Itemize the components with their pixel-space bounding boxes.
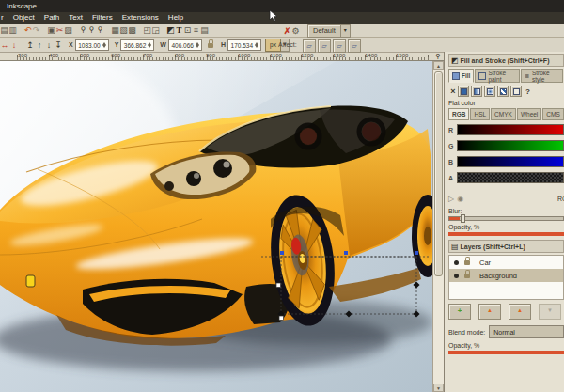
menu-item-object[interactable]: Object xyxy=(8,12,39,24)
selection-handle-white[interactable] xyxy=(279,316,284,321)
w-field[interactable]: 406.066 xyxy=(168,39,202,51)
undo-icon[interactable]: ↶ xyxy=(24,24,32,37)
drawing-canvas[interactable] xyxy=(0,61,432,392)
preferences-gear-icon[interactable]: ⚙ xyxy=(291,24,300,38)
cut-icon[interactable]: ✂ xyxy=(55,24,64,37)
fill-rule-evenodd-icon[interactable]: ▷ xyxy=(448,195,454,203)
paint-swatch-button[interactable] xyxy=(510,86,522,97)
lock-ratio-icon[interactable] xyxy=(208,43,213,48)
layer-name[interactable]: Background xyxy=(479,272,517,280)
delete-icon[interactable]: ✗ xyxy=(283,24,291,38)
paint-flat-button[interactable] xyxy=(458,86,469,97)
x-field[interactable]: 1083.00 xyxy=(75,39,109,51)
raise-to-top-icon[interactable]: ↥ xyxy=(25,39,35,52)
tab-cms[interactable]: CMS xyxy=(542,108,563,120)
scroll-up-icon[interactable]: ▲ xyxy=(433,61,444,70)
paint-unknown-button[interactable]: ? xyxy=(525,87,530,96)
fill-stroke-dialog-icon[interactable]: ◩ xyxy=(166,24,175,37)
tab-cmyk[interactable]: CMYK xyxy=(491,108,516,120)
blend-mode-row: Blend mode: Normal xyxy=(448,325,564,338)
menu-item-filters[interactable]: Filters xyxy=(87,12,118,24)
template-default-button[interactable]: Default xyxy=(307,24,341,38)
template-dropdown-arrow-icon[interactable]: ▾ xyxy=(341,24,351,38)
layer-visibility-eye-icon[interactable] xyxy=(454,274,459,278)
redo-icon[interactable]: ↷ xyxy=(32,24,40,37)
layer-lock-icon[interactable] xyxy=(464,260,470,265)
lower-to-bottom-icon[interactable]: ↧ xyxy=(54,39,63,52)
fill-stroke-dialog-titlebar[interactable]: ◩ Fill and Stroke (Shift+Ctrl+F) xyxy=(448,54,564,67)
layer-visibility-eye-icon[interactable] xyxy=(454,260,459,265)
copy-icon[interactable]: ▣ xyxy=(47,24,55,37)
blue-channel-slider[interactable] xyxy=(457,156,564,167)
ruler-zoom-icon[interactable]: ⚲ xyxy=(432,53,444,61)
layer-opacity-slider[interactable] xyxy=(448,351,564,354)
h-value: 170.534 xyxy=(231,42,254,49)
menu-item-path[interactable]: Path xyxy=(39,12,64,24)
menu-item-layer-partial[interactable]: r xyxy=(0,12,8,24)
blur-slider[interactable] xyxy=(448,216,564,221)
tab-hsl[interactable]: HSL xyxy=(470,108,490,120)
tab-stroke-style[interactable]: ≣ Stroke style xyxy=(521,69,563,83)
selection-handle-white[interactable] xyxy=(276,283,281,288)
paint-radial-gradient-button[interactable] xyxy=(484,86,495,97)
affect-transform-corners-toggle[interactable]: ▱ xyxy=(348,39,361,53)
unlink-clone-icon[interactable]: ▩ xyxy=(128,24,136,37)
tab-fill[interactable]: Fill xyxy=(448,69,474,83)
zoom-selection-icon[interactable]: ⚲ xyxy=(79,24,87,37)
menu-item-extensions[interactable]: Extensions xyxy=(118,12,164,24)
paint-none-button[interactable]: × xyxy=(448,86,458,96)
align-dialog-icon[interactable]: ≡ xyxy=(192,24,200,37)
paint-pattern-button[interactable] xyxy=(497,86,509,97)
h-field[interactable]: 170.534 xyxy=(227,39,261,51)
new-layer-button[interactable]: + xyxy=(448,304,471,320)
tab-stroke-paint[interactable]: Stroke paint xyxy=(475,69,520,83)
layer-lock-icon[interactable] xyxy=(464,274,470,278)
menu-item-text[interactable]: Text xyxy=(64,12,87,24)
layers-dialog-titlebar[interactable]: ▤ Layers (Shift+Ctrl+L) xyxy=(448,240,564,253)
blend-mode-dropdown[interactable]: Normal xyxy=(489,325,564,338)
zoom-drawing-icon[interactable]: ⚲ xyxy=(87,24,96,37)
blur-slider-handle[interactable] xyxy=(461,214,465,223)
import-icon[interactable]: ▥ xyxy=(8,24,17,37)
vertical-scrollbar[interactable]: ▲ ▼ xyxy=(432,61,444,392)
xml-editor-icon[interactable]: ⊡ xyxy=(183,24,192,37)
text-dialog-icon[interactable]: T xyxy=(175,24,183,37)
selection-handle-blue[interactable] xyxy=(280,251,284,255)
window-titlebar[interactable]: Inkscape xyxy=(0,0,564,12)
fill-rule-nonzero-icon[interactable]: ◉ xyxy=(457,195,463,203)
red-channel-slider[interactable] xyxy=(457,124,564,135)
affect-transform-stroke-toggle[interactable]: ▱ xyxy=(333,39,346,53)
paint-linear-gradient-button[interactable] xyxy=(471,86,482,97)
zoom-page-icon[interactable]: ⚲ xyxy=(96,24,104,37)
ungroup-icon[interactable]: ◲ xyxy=(151,24,160,37)
layers-dialog-icon[interactable]: ▤ xyxy=(200,24,209,37)
green-channel-slider[interactable] xyxy=(457,140,564,151)
lower-icon[interactable]: ↓ xyxy=(44,39,54,52)
affect-move-gradients-toggle[interactable]: ▱ xyxy=(303,39,316,53)
alpha-channel-slider[interactable] xyxy=(457,172,564,183)
selection-handle-blue[interactable] xyxy=(415,251,418,255)
duplicate-icon[interactable]: ▦ xyxy=(111,24,119,37)
flip-horizontal-icon[interactable]: ↔ xyxy=(0,39,9,52)
affect-move-patterns-toggle[interactable]: ▱ xyxy=(318,39,331,53)
y-field[interactable]: 366.862 xyxy=(120,39,154,51)
paste-icon[interactable]: ▨ xyxy=(64,24,72,37)
flip-vertical-icon[interactable]: ↓ xyxy=(9,39,19,52)
delete-layer-button[interactable]: ▼ xyxy=(539,304,561,320)
horizontal-ruler[interactable]: 300 400 500 600 700 800 900 1000 1100 12… xyxy=(0,53,432,61)
raise-icon[interactable]: ↑ xyxy=(35,39,44,52)
tab-rgb[interactable]: RGB xyxy=(448,108,469,120)
raise-layer-button[interactable]: ▲ xyxy=(478,304,501,320)
selection-handle-blue[interactable] xyxy=(344,251,348,255)
layer-name[interactable]: Car xyxy=(479,259,491,267)
clone-icon[interactable]: ▧ xyxy=(119,24,128,37)
group-icon[interactable]: ◰ xyxy=(143,24,151,37)
lower-layer-button[interactable]: ▲ xyxy=(509,304,531,320)
tab-wheel[interactable]: Wheel xyxy=(517,108,541,120)
menu-item-help[interactable]: Help xyxy=(164,12,188,24)
print-icon[interactable]: ▤ xyxy=(0,24,8,37)
scroll-down-icon[interactable]: ▼ xyxy=(433,384,444,392)
layer-row-car[interactable]: Car xyxy=(449,256,563,269)
layer-row-background[interactable]: Background xyxy=(449,269,563,282)
scrollbar-thumb[interactable] xyxy=(434,71,443,276)
